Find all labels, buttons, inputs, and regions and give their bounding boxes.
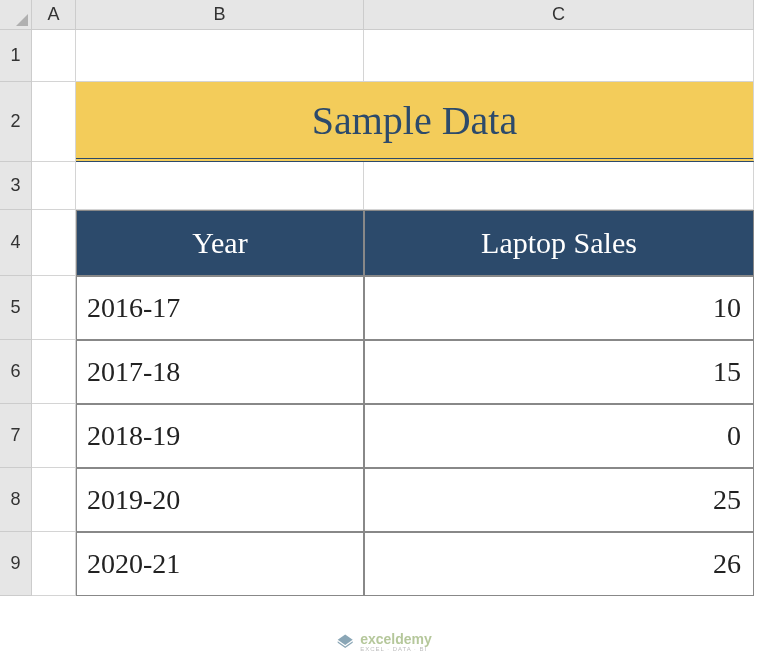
cell-a5[interactable]	[32, 276, 76, 340]
cell-sales-2[interactable]: 0	[364, 404, 754, 468]
cell-c1[interactable]	[364, 30, 754, 82]
column-header-a[interactable]: A	[32, 0, 76, 30]
cell-year-4[interactable]: 2020-21	[76, 532, 364, 596]
cell-sales-3[interactable]: 25	[364, 468, 754, 532]
watermark: exceldemy EXCEL · DATA · BI	[336, 632, 432, 652]
cell-a9[interactable]	[32, 532, 76, 596]
cell-a6[interactable]	[32, 340, 76, 404]
row-header-3[interactable]: 3	[0, 162, 32, 210]
cell-a4[interactable]	[32, 210, 76, 276]
cell-a3[interactable]	[32, 162, 76, 210]
spreadsheet-grid: A B C 1 2 Sample Data 3 4 Year Laptop Sa…	[0, 0, 768, 596]
column-header-b[interactable]: B	[76, 0, 364, 30]
title-merged-cell[interactable]: Sample Data	[76, 82, 754, 162]
cell-c3[interactable]	[364, 162, 754, 210]
cell-year-0[interactable]: 2016-17	[76, 276, 364, 340]
select-all-corner[interactable]	[0, 0, 32, 30]
row-header-4[interactable]: 4	[0, 210, 32, 276]
watermark-text: exceldemy EXCEL · DATA · BI	[360, 632, 432, 652]
cell-a1[interactable]	[32, 30, 76, 82]
cell-a7[interactable]	[32, 404, 76, 468]
cell-sales-0[interactable]: 10	[364, 276, 754, 340]
cell-a2[interactable]	[32, 82, 76, 162]
row-header-2[interactable]: 2	[0, 82, 32, 162]
column-header-c[interactable]: C	[364, 0, 754, 30]
cell-a8[interactable]	[32, 468, 76, 532]
row-header-1[interactable]: 1	[0, 30, 32, 82]
row-header-6[interactable]: 6	[0, 340, 32, 404]
watermark-main-text: exceldemy	[360, 632, 432, 646]
cell-year-1[interactable]: 2017-18	[76, 340, 364, 404]
cell-year-2[interactable]: 2018-19	[76, 404, 364, 468]
cell-b3[interactable]	[76, 162, 364, 210]
cell-b1[interactable]	[76, 30, 364, 82]
cell-sales-4[interactable]: 26	[364, 532, 754, 596]
cell-sales-1[interactable]: 15	[364, 340, 754, 404]
watermark-sub-text: EXCEL · DATA · BI	[360, 646, 432, 652]
row-header-9[interactable]: 9	[0, 532, 32, 596]
row-header-7[interactable]: 7	[0, 404, 32, 468]
row-header-8[interactable]: 8	[0, 468, 32, 532]
table-header-sales[interactable]: Laptop Sales	[364, 210, 754, 276]
table-header-year[interactable]: Year	[76, 210, 364, 276]
watermark-logo-icon	[336, 633, 354, 651]
cell-year-3[interactable]: 2019-20	[76, 468, 364, 532]
row-header-5[interactable]: 5	[0, 276, 32, 340]
